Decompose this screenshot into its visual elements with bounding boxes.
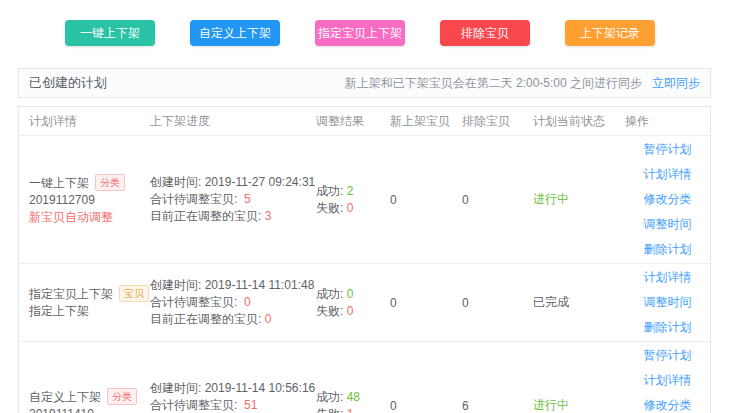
new-items-cell: 0 [380,291,452,315]
excluded-cell: 0 [452,291,523,315]
plan-sub: 2019111410 [29,406,140,413]
op-links: 计划详情调整时间删除计划 [610,264,710,341]
plan-details-cell: 指定宝贝上下架宝贝 指定上下架 [19,280,140,325]
result-cell: 成功: 2 失败: 0 [306,178,380,222]
plan-name: 指定宝贝上下架 [29,287,113,301]
plan-extra-note: 新宝贝自动调整 [29,209,140,226]
plans-table: 计划详情 上下架进度 调整结果 新上架宝贝 排除宝贝 计划当前状态 操作 一键上… [18,106,711,413]
success-value: 0 [347,287,354,301]
excluded-cell: 6 [452,394,523,413]
result-cell: 成功: 0 失败: 0 [306,281,380,325]
excluded-value: 0 [462,193,523,207]
created-value: 2019-11-27 09:24:31 [205,175,316,189]
plan-sub: 指定上下架 [29,303,140,320]
progress-cell: 创建时间: 2019-11-14 11:01:48 合计待调整宝贝: 0 目前正… [140,272,306,333]
total-pending-value: 0 [244,295,251,309]
created-plans-header: 已创建的计划 新上架和已下架宝贝会在第二天 2:00-5:00 之间进行同步 立… [18,68,711,98]
col-excluded: 排除宝贝 [452,113,523,130]
created-label: 创建时间: [150,175,201,189]
created-label: 创建时间: [150,278,201,292]
result-cell: 成功: 48 失败: 1 [306,384,380,413]
table-header-row: 计划详情 上下架进度 调整结果 新上架宝贝 排除宝贝 计划当前状态 操作 [19,107,710,136]
plan-status: 进行中 [533,397,610,413]
created-label: 创建时间: [150,381,201,395]
exclude-items-button[interactable]: 排除宝贝 [440,20,530,46]
plan-status: 进行中 [533,191,610,208]
op-link[interactable]: 计划详情 [644,372,692,389]
new-items-cell: 0 [380,188,452,212]
success-label: 成功: [316,184,343,198]
fail-label: 失败: [316,304,343,318]
total-pending-label: 合计待调整宝贝: [150,398,237,412]
col-actions: 操作 [610,113,710,130]
specified-item-shelf-button[interactable]: 指定宝贝上下架 [315,20,405,46]
fail-value: 0 [347,201,354,215]
fail-value: 0 [347,304,354,318]
new-items-cell: 0 [380,394,452,413]
new-items-value: 0 [390,399,452,413]
op-link[interactable]: 修改分类 [644,397,692,413]
adjusting-value: 0 [265,312,272,326]
adjusting-value: 3 [265,209,272,223]
progress-cell: 创建时间: 2019-11-14 10:56:16 合计待调整宝贝: 51 目前… [140,375,306,413]
col-plan-details: 计划详情 [19,113,140,130]
col-new-items: 新上架宝贝 [380,113,452,130]
table-row: 自定义上下架分类 2019111410 创建时间: 2019-11-14 10:… [19,342,710,413]
op-link[interactable]: 计划详情 [644,269,692,286]
sync-note: 新上架和已下架宝贝会在第二天 2:00-5:00 之间进行同步 [345,75,642,92]
plan-name: 自定义上下架 [29,390,101,404]
one-key-shelf-button[interactable]: 一键上下架 [65,20,155,46]
success-label: 成功: [316,287,343,301]
new-items-value: 0 [390,193,452,207]
excluded-value: 6 [462,399,523,413]
status-cell: 进行中 [523,392,610,413]
plan-details-cell: 自定义上下架分类 2019111410 [19,383,140,413]
total-pending-label: 合计待调整宝贝: [150,295,237,309]
table-body: 一键上下架分类 2019112709 新宝贝自动调整 创建时间: 2019-11… [19,136,710,413]
op-link[interactable]: 调整时间 [644,294,692,311]
adjusting-label: 目前正在调整的宝贝: [150,209,261,223]
total-pending-value: 51 [244,398,257,412]
plan-tag: 分类 [107,388,137,405]
op-link[interactable]: 计划详情 [644,166,692,183]
plan-status: 已完成 [533,294,610,311]
fail-label: 失败: [316,407,343,413]
op-link[interactable]: 暂停计划 [644,347,692,364]
created-value: 2019-11-14 11:01:48 [205,278,315,292]
success-value: 48 [347,390,360,404]
new-items-value: 0 [390,296,452,310]
plan-sub: 2019112709 [29,192,140,209]
status-cell: 进行中 [523,186,610,213]
col-result: 调整结果 [306,113,380,130]
total-pending-label: 合计待调整宝贝: [150,192,237,206]
created-value: 2019-11-14 10:56:16 [205,381,316,395]
plan-details-cell: 一键上下架分类 2019112709 新宝贝自动调整 [19,169,140,231]
success-label: 成功: [316,390,343,404]
adjusting-label: 目前正在调整的宝贝: [150,312,261,326]
col-status: 计划当前状态 [523,113,610,130]
fail-value: 1 [347,407,354,413]
fail-label: 失败: [316,201,343,215]
col-progress: 上下架进度 [140,113,306,130]
op-link[interactable]: 修改分类 [644,191,692,208]
excluded-value: 0 [462,296,523,310]
status-cell: 已完成 [523,289,610,316]
shelf-records-button[interactable]: 上下架记录 [565,20,655,46]
op-links: 暂停计划计划详情修改分类调整时间删除计划 [610,342,710,413]
plan-tag: 分类 [95,174,125,191]
plan-name: 一键上下架 [29,176,89,190]
op-link[interactable]: 删除计划 [644,241,692,258]
op-link[interactable]: 调整时间 [644,216,692,233]
excluded-cell: 0 [452,188,523,212]
section-title: 已创建的计划 [29,74,107,92]
table-row: 指定宝贝上下架宝贝 指定上下架 创建时间: 2019-11-14 11:01:4… [19,264,710,342]
progress-cell: 创建时间: 2019-11-27 09:24:31 合计待调整宝贝: 5 目前正… [140,169,306,230]
op-links: 暂停计划计划详情修改分类调整时间删除计划 [610,136,710,263]
op-link[interactable]: 暂停计划 [644,141,692,158]
total-pending-value: 5 [244,192,251,206]
custom-shelf-button[interactable]: 自定义上下架 [190,20,280,46]
success-value: 2 [347,184,354,198]
op-link[interactable]: 删除计划 [644,319,692,336]
toolbar: 一键上下架 自定义上下架 指定宝贝上下架 排除宝贝 上下架记录 [0,0,729,46]
sync-now-link[interactable]: 立即同步 [652,75,700,92]
